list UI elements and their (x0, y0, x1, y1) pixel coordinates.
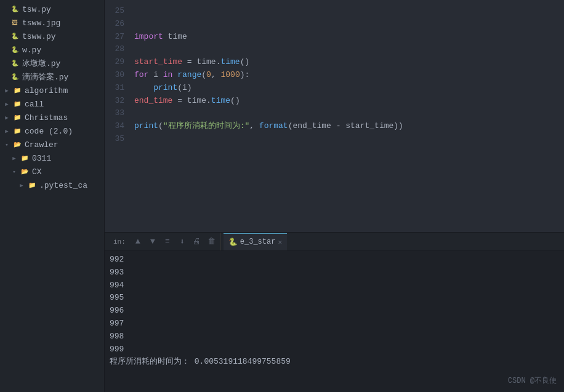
code-line (134, 107, 564, 120)
terminal-tab-e3star[interactable]: 🐍 e_3_star ✕ (224, 233, 287, 250)
code-line (134, 5, 564, 18)
code-content: 25 26 27 28 29 30 31 32 33 34 35 import … (105, 0, 564, 232)
folder-open-icon: 📂 (20, 167, 30, 177)
filename: tsw.py (22, 5, 51, 14)
filename: tsww.py (22, 32, 56, 41)
folder-name: code (2.0) (25, 127, 73, 136)
sidebar: 🐍 tsw.py 🖼 tsww.jpg 🐍 tsww.py 🐍 w.py 🐍 冰… (0, 0, 105, 392)
code-line (134, 133, 564, 146)
download-icon[interactable]: ⬇ (176, 236, 188, 248)
filename: 冰墩墩.py (22, 58, 60, 69)
chevron-right-icon: ▶ (2, 86, 11, 95)
folder-icon: 📁 (12, 126, 22, 136)
filename: w.py (22, 46, 41, 55)
line-numbers: 25 26 27 28 29 30 31 32 33 34 35 (105, 5, 129, 232)
terminal-output-994: 994 (110, 279, 559, 292)
chevron-right-icon: ▶ (2, 100, 11, 108)
chevron-down-icon: ▾ (10, 167, 18, 176)
folder-icon: 📁 (20, 153, 30, 163)
terminal-output-997: 997 (110, 318, 559, 330)
filename: 滴滴答案.py (22, 71, 68, 82)
folder-open-icon: 📂 (12, 140, 22, 150)
code-line: end_time = time.time() (134, 95, 564, 108)
print-icon[interactable]: 🖨 (191, 236, 203, 248)
terminal-output-995: 995 (110, 292, 559, 305)
chevron-right-icon: ▶ (2, 127, 11, 135)
folder-christmas[interactable]: ▶ 📁 Christmas (0, 111, 104, 124)
code-line: print("程序所消耗的时间为:", format(end_time - st… (134, 120, 564, 133)
py-icon: 🐍 (10, 31, 20, 41)
folder-crawler[interactable]: ▾ 📂 Crawler (0, 138, 104, 151)
folder-algorithm[interactable]: ▶ 📁 algorithm (0, 84, 104, 97)
code-line: import time (134, 31, 564, 44)
file-didi-py[interactable]: 🐍 滴滴答案.py (0, 70, 104, 84)
py-icon: 🐍 (10, 72, 20, 82)
scroll-up-icon[interactable]: ▲ (132, 236, 144, 248)
terminal-panel: in: ▲ ▼ ≡ ⬇ 🖨 🗑 🐍 e_3_star ✕ 992 993 994 (105, 232, 564, 392)
file-ice-py[interactable]: 🐍 冰墩墩.py (0, 57, 104, 70)
file-tsww-jpg[interactable]: 🖼 tsww.jpg (0, 16, 104, 30)
folder-icon: 📁 (12, 86, 22, 95)
folder-icon: 📁 (27, 180, 37, 190)
file-tsww-py[interactable]: 🐍 tsww.py (0, 30, 104, 43)
py-icon: 🐍 (10, 58, 20, 68)
watermark: CSDN @不良使 (508, 375, 557, 386)
code-line: for i in range(0, 1000): (134, 69, 564, 82)
folder-name: 0311 (32, 154, 51, 163)
scroll-down-icon[interactable]: ▼ (147, 236, 159, 248)
chevron-right-icon: ▶ (10, 154, 18, 162)
terminal-result-line: 程序所消耗的时间为： 0.005319118499755859 (110, 356, 559, 369)
terminal-output-992: 992 (110, 254, 559, 266)
main-area: 🐍 tsw.py 🖼 tsww.jpg 🐍 tsww.py 🐍 w.py 🐍 冰… (0, 0, 564, 392)
terminal-output-996: 996 (110, 305, 559, 318)
terminal-output-993: 993 (110, 266, 559, 279)
wrap-icon[interactable]: ≡ (161, 236, 174, 248)
jpg-icon: 🖼 (10, 18, 20, 28)
code-line: print(i) (134, 82, 564, 95)
chevron-right-icon: ▶ (2, 113, 11, 122)
tab-close-button[interactable]: ✕ (278, 238, 282, 246)
py-icon: 🐍 (10, 45, 20, 55)
folder-name: Crawler (25, 140, 58, 150)
file-tsw-py[interactable]: 🐍 tsw.py (0, 2, 104, 16)
folder-name: call (25, 100, 44, 109)
terminal-controls: in: ▲ ▼ ≡ ⬇ 🖨 🗑 (107, 233, 221, 250)
folder-name: Christmas (25, 113, 68, 122)
filename: tsww.jpg (22, 18, 60, 28)
code-line (134, 43, 564, 56)
terminal-output-999: 999 (110, 343, 559, 356)
folder-name: algorithm (25, 86, 68, 95)
folder-cx[interactable]: ▾ 📂 CX (0, 165, 104, 178)
folder-name: CX (32, 167, 42, 177)
folder-name: .pytest_ca (39, 181, 87, 190)
chevron-down-icon: ▾ (2, 140, 11, 149)
folder-icon: 📁 (12, 99, 22, 109)
editor-area: 25 26 27 28 29 30 31 32 33 34 35 import … (105, 0, 564, 392)
folder-code[interactable]: ▶ 📁 code (2.0) (0, 124, 104, 138)
terminal-tabs: in: ▲ ▼ ≡ ⬇ 🖨 🗑 🐍 e_3_star ✕ (105, 233, 564, 251)
terminal-output-998: 998 (110, 330, 559, 343)
file-w-py[interactable]: 🐍 w.py (0, 43, 104, 57)
code-line (134, 18, 564, 31)
folder-call[interactable]: ▶ 📁 call (0, 97, 104, 111)
code-lines: import time start_time = time.time() for… (129, 5, 564, 232)
code-line: start_time = time.time() (134, 56, 564, 69)
python-tab-icon: 🐍 (228, 238, 238, 247)
folder-pytest[interactable]: ▶ 📁 .pytest_ca (0, 178, 104, 192)
chevron-right-icon: ▶ (17, 181, 26, 190)
tab-name: e_3_star (240, 238, 276, 246)
run-label: in: (110, 237, 129, 247)
folder-0311[interactable]: ▶ 📁 0311 (0, 151, 104, 165)
delete-icon[interactable]: 🗑 (206, 236, 218, 248)
terminal-body: 992 993 994 995 996 997 998 999 程序所消耗的时间… (105, 251, 564, 392)
py-icon: 🐍 (10, 4, 20, 14)
folder-icon: 📁 (12, 113, 22, 122)
